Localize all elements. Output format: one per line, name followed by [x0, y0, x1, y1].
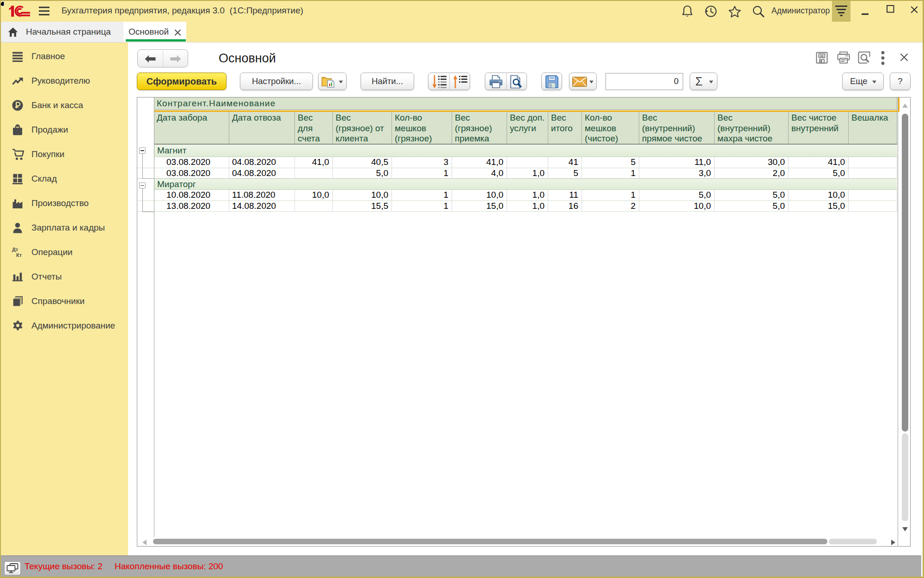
svg-text:Кт: Кт — [16, 252, 22, 258]
svg-text:Дт: Дт — [12, 247, 18, 252]
